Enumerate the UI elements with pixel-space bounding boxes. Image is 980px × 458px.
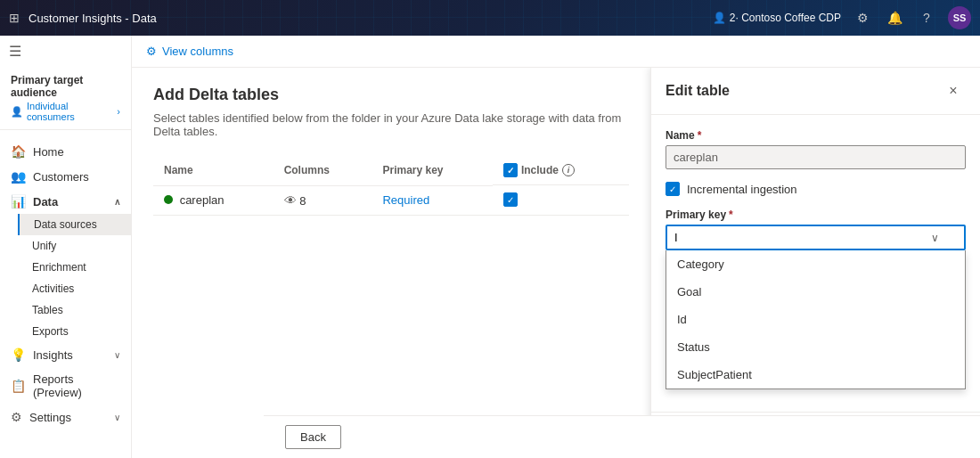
reports-icon: 📋 — [11, 379, 26, 393]
edit-panel: Edit table × Name * — [650, 68, 980, 458]
dropdown-item-goal[interactable]: Goal — [666, 278, 965, 306]
row-name-cell: careplan — [153, 185, 274, 215]
sidebar-item-home[interactable]: 🏠 Home — [0, 139, 131, 164]
sidebar-item-enrichment[interactable]: Enrichment — [18, 257, 131, 278]
dropdown-arrow-icon: ∨ — [931, 232, 939, 244]
data-submenu: Data sources Unify Enrichment Activities… — [0, 214, 131, 342]
primary-key-required-star: * — [729, 209, 733, 221]
col-primary-key: Primary key — [372, 156, 492, 185]
sidebar-item-unify[interactable]: Unify — [18, 235, 131, 257]
edit-panel-header: Edit table × — [651, 68, 980, 115]
status-dot — [164, 195, 173, 204]
sidebar-item-tables[interactable]: Tables — [18, 299, 131, 321]
consumers-icon: 👤 — [11, 106, 23, 118]
avatar[interactable]: SS — [948, 6, 971, 29]
name-form-group: Name * — [666, 129, 966, 169]
hamburger-icon[interactable]: ☰ — [0, 36, 131, 67]
home-icon: 🏠 — [11, 144, 26, 159]
nav-section: 🏠 Home 👥 Customers 📊 Data ∧ Data sources… — [0, 134, 131, 435]
sidebar: ☰ Primary target audience 👤 Individual c… — [0, 36, 132, 458]
table-row: careplan 👁 8 Required ✓ — [153, 185, 629, 215]
topbar-left: ⊞ Customer Insights - Data — [9, 11, 157, 25]
footer-bar: Back — [264, 415, 980, 458]
help-icon[interactable]: ? — [916, 7, 937, 29]
data-table: Name Columns Primary key ✓ Include i — [153, 156, 629, 216]
page-description: Select tables identified below from the … — [153, 111, 629, 138]
dropdown-item-category[interactable]: Category — [666, 250, 965, 278]
settings-icon[interactable]: ⚙ — [852, 7, 873, 29]
sidebar-item-reports[interactable]: 📋 Reports (Preview) — [0, 367, 131, 405]
incremental-checkbox[interactable]: ✓ — [666, 182, 680, 196]
customers-icon: 👥 — [11, 169, 26, 184]
edit-panel-title: Edit table — [666, 83, 730, 99]
page-title: Add Delta tables — [153, 86, 629, 104]
primary-key-dropdown[interactable]: ∨ — [666, 225, 966, 250]
sidebar-item-exports[interactable]: Exports — [18, 321, 131, 342]
close-icon: × — [949, 83, 957, 99]
col-name: Name — [153, 156, 274, 185]
sidebar-item-activities[interactable]: Activities — [18, 278, 131, 299]
insights-chevron-icon: ∨ — [114, 350, 120, 360]
primary-key-label: Primary key * — [666, 209, 966, 221]
row-include-cell: ✓ — [493, 185, 629, 215]
notifications-icon[interactable]: 🔔 — [884, 7, 905, 29]
row-include-checkbox[interactable]: ✓ — [503, 192, 518, 207]
include-info-icon[interactable]: i — [562, 164, 575, 176]
sidebar-item-insights[interactable]: 💡 Insights ∨ — [0, 342, 131, 367]
topbar: ⊞ Customer Insights - Data 👤 2· Contoso … — [0, 0, 980, 36]
data-chevron-icon: ∧ — [114, 197, 120, 207]
name-required-star: * — [698, 129, 702, 142]
close-panel-button[interactable]: × — [941, 78, 966, 103]
include-header-checkbox[interactable]: ✓ — [503, 163, 518, 177]
chevron-right-icon: › — [117, 106, 120, 117]
primary-target-section: Primary target audience 👤 Individual con… — [0, 67, 131, 130]
app-title: Customer Insights - Data — [29, 12, 157, 25]
incremental-checkbox-row: ✓ Incremental ingestion — [666, 182, 966, 196]
col-columns: Columns — [274, 156, 372, 185]
apps-icon[interactable]: ⊞ — [9, 11, 20, 25]
dropdown-search-input[interactable] — [674, 231, 931, 244]
edit-panel-body: Name * ✓ Incremental ingestion Primary k… — [651, 115, 980, 412]
view-columns-bar: ⚙ View columns — [132, 36, 980, 68]
settings-chevron-icon: ∨ — [114, 413, 120, 422]
individual-consumers-link[interactable]: 👤 Individual consumers › — [11, 101, 120, 122]
layout: ☰ Primary target audience 👤 Individual c… — [0, 36, 980, 458]
topbar-right: 👤 2· Contoso Coffee CDP ⚙ 🔔 ? SS — [713, 6, 971, 29]
dropdown-menu: Category Goal Id Status SubjectPatient — [666, 250, 966, 389]
incremental-label: Incremental ingestion — [687, 183, 797, 196]
sidebar-item-data[interactable]: 📊 Data ∧ — [0, 189, 131, 214]
primary-key-dropdown-container: ∨ Category Goal Id Status SubjectPatient — [666, 225, 966, 250]
data-icon: 📊 — [11, 194, 26, 209]
name-input[interactable] — [666, 145, 966, 169]
dropdown-item-status[interactable]: Status — [666, 333, 965, 361]
table-header-row: Name Columns Primary key ✓ Include i — [153, 156, 629, 185]
back-button[interactable]: Back — [285, 425, 341, 449]
insights-icon: 💡 — [11, 348, 26, 362]
row-columns-count: 8 — [299, 194, 306, 208]
settings-sidebar-icon: ⚙ — [11, 410, 22, 424]
sidebar-item-customers[interactable]: 👥 Customers — [0, 164, 131, 189]
dropdown-item-subjectpatient[interactable]: SubjectPatient — [666, 361, 965, 388]
primary-key-form-group: Primary key * ∨ Category Goal Id — [666, 209, 966, 250]
sidebar-item-settings[interactable]: ⚙ Settings ∨ — [0, 405, 131, 429]
org-icon: 👤 — [713, 12, 726, 24]
content-area: Add Delta tables Select tables identifie… — [132, 68, 650, 233]
primary-target-title: Primary target audience — [11, 74, 120, 99]
row-name: careplan — [180, 193, 225, 207]
row-primary-key-cell: Required — [372, 185, 492, 215]
col-include: ✓ Include i — [493, 156, 629, 185]
row-primary-key-link[interactable]: Required — [382, 193, 429, 207]
eye-icon[interactable]: 👁 — [284, 193, 297, 208]
columns-icon: ⚙ — [146, 45, 157, 58]
org-name: 👤 2· Contoso Coffee CDP — [713, 12, 841, 24]
view-columns-button[interactable]: ⚙ View columns — [146, 45, 233, 58]
dropdown-item-id[interactable]: Id — [666, 306, 965, 333]
name-label: Name * — [666, 129, 966, 142]
row-columns-cell: 👁 8 — [274, 185, 372, 215]
main-content: Add Delta tables Select tables identifie… — [132, 68, 650, 458]
sidebar-item-data-sources[interactable]: Data sources — [18, 214, 131, 235]
